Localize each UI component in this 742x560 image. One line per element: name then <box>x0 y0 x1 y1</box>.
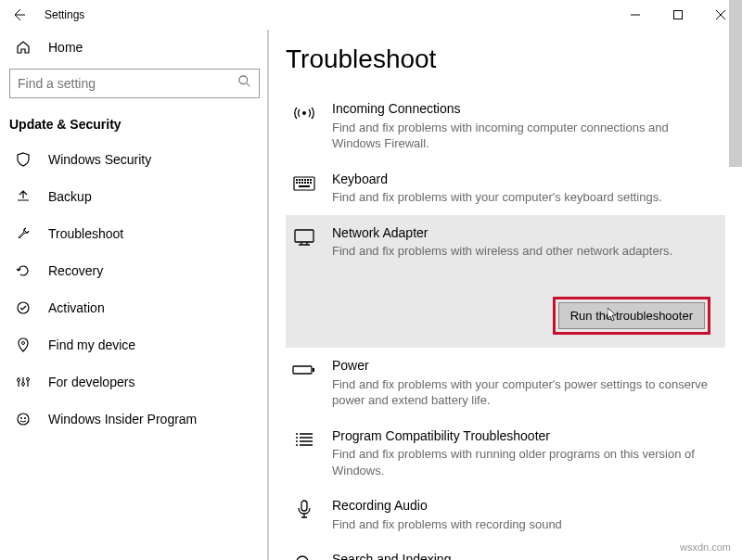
nav-label: Troubleshoot <box>48 226 123 241</box>
run-label: Run the troubleshooter <box>570 309 693 323</box>
nav-label: Backup <box>48 189 92 204</box>
svg-rect-25 <box>295 230 313 242</box>
broadcast-icon <box>291 102 317 124</box>
ts-text: Keyboard Find and fix problems with your… <box>332 171 720 206</box>
ts-program-compatibility[interactable]: Program Compatibility Troubleshooter Fin… <box>286 418 725 489</box>
svg-point-10 <box>302 111 306 115</box>
nav-activation[interactable]: Activation <box>0 289 269 326</box>
svg-rect-12 <box>296 179 298 181</box>
svg-point-5 <box>22 383 25 386</box>
sidebar: Home Update & Security Windows Security … <box>0 30 269 560</box>
run-troubleshooter-button[interactable]: Run the troubleshooter <box>558 302 705 329</box>
svg-rect-16 <box>307 179 309 181</box>
ts-keyboard[interactable]: Keyboard Find and fix problems with your… <box>286 161 725 215</box>
titlebar-left: Settings <box>7 4 84 26</box>
content: Home Update & Security Windows Security … <box>0 30 742 560</box>
nav-windows-security[interactable]: Windows Security <box>0 141 269 178</box>
ts-row: Network Adapter Find and fix problems wi… <box>291 224 720 260</box>
monitor-icon <box>291 226 317 248</box>
backup-icon <box>15 188 32 205</box>
run-button-wrap: Run the troubleshooter <box>291 297 720 335</box>
ts-desc: Find and fix problems with recording sou… <box>332 516 720 533</box>
nav-label: Recovery <box>48 263 103 278</box>
arrow-left-icon <box>11 7 26 22</box>
ts-text: Power Find and fix problems with your co… <box>332 357 720 409</box>
svg-point-3 <box>22 342 25 345</box>
svg-rect-14 <box>301 179 303 181</box>
battery-icon <box>291 359 317 381</box>
svg-rect-13 <box>299 179 301 181</box>
insider-icon <box>15 411 32 427</box>
search-icon <box>291 553 317 560</box>
svg-rect-17 <box>310 179 312 181</box>
ts-desc: Find and fix problems with your computer… <box>332 376 720 409</box>
svg-rect-21 <box>304 182 306 184</box>
svg-point-4 <box>18 379 20 382</box>
nav-label: Find my device <box>48 337 135 352</box>
ts-text: Network Adapter Find and fix problems wi… <box>332 224 720 260</box>
ts-title: Incoming Connections <box>332 100 720 119</box>
svg-rect-0 <box>674 11 683 19</box>
nav-label: Windows Insider Program <box>48 412 197 426</box>
sliders-icon <box>15 374 32 390</box>
section-header: Update & Security <box>0 109 269 141</box>
nav-find-my-device[interactable]: Find my device <box>0 326 269 363</box>
location-icon <box>15 337 32 353</box>
svg-rect-18 <box>296 182 298 184</box>
nav-home[interactable]: Home <box>0 30 269 65</box>
search-input[interactable] <box>18 76 238 91</box>
nav-for-developers[interactable]: For developers <box>0 363 269 401</box>
nav-troubleshoot[interactable]: Troubleshoot <box>0 215 269 252</box>
svg-rect-22 <box>307 182 309 184</box>
nav-backup[interactable]: Backup <box>0 178 269 215</box>
highlight-box: Run the troubleshooter <box>553 297 710 335</box>
check-circle-icon <box>15 299 32 316</box>
main-panel: Troubleshoot Incoming Connections Find a… <box>269 30 742 560</box>
maximize-button[interactable] <box>657 0 699 30</box>
maximize-icon <box>673 10 683 19</box>
ts-search-indexing[interactable]: Search and Indexing Find and fix problem… <box>286 541 725 560</box>
scrollbar[interactable] <box>729 30 742 560</box>
ts-desc: Find and fix problems with running older… <box>332 446 720 478</box>
close-icon <box>716 10 725 19</box>
scrollbar-thumb[interactable] <box>729 30 742 167</box>
svg-rect-19 <box>299 182 301 184</box>
svg-point-2 <box>18 302 29 313</box>
ts-title: Recording Audio <box>332 497 720 515</box>
nav-recovery[interactable]: Recovery <box>0 252 269 289</box>
back-button[interactable] <box>7 4 30 26</box>
svg-rect-24 <box>299 185 310 187</box>
svg-rect-15 <box>304 179 306 181</box>
ts-title: Keyboard <box>332 171 720 189</box>
ts-title: Power <box>332 357 720 375</box>
ts-power[interactable]: Power Find and fix problems with your co… <box>286 348 725 418</box>
nav-label: Windows Security <box>48 152 151 167</box>
svg-point-7 <box>18 414 29 425</box>
window-title: Settings <box>45 8 84 21</box>
recovery-icon <box>15 262 32 279</box>
microphone-icon <box>291 499 317 521</box>
svg-rect-23 <box>310 182 312 184</box>
ts-desc: Find and fix problems with wireless and … <box>332 243 720 260</box>
nav-insider-program[interactable]: Windows Insider Program <box>0 401 269 438</box>
ts-title: Search and Indexing <box>332 551 720 560</box>
minimize-button[interactable] <box>614 0 657 30</box>
svg-point-8 <box>20 417 22 419</box>
ts-title: Program Compatibility Troubleshooter <box>332 427 720 446</box>
svg-point-1 <box>239 76 248 84</box>
ts-recording-audio[interactable]: Recording Audio Find and fix problems wi… <box>286 488 725 541</box>
svg-rect-27 <box>313 368 314 372</box>
ts-desc: Find and fix problems with incoming comp… <box>332 120 720 152</box>
nav-home-label: Home <box>48 40 83 55</box>
keyboard-icon <box>291 172 317 195</box>
home-icon <box>15 39 32 56</box>
ts-incoming-connections[interactable]: Incoming Connections Find and fix proble… <box>286 91 725 161</box>
ts-network-adapter[interactable]: Network Adapter Find and fix problems wi… <box>286 215 725 348</box>
ts-text: Recording Audio Find and fix problems wi… <box>332 497 720 532</box>
ts-desc: Find and fix problems with your computer… <box>332 189 720 206</box>
svg-rect-28 <box>301 501 307 511</box>
search-box[interactable] <box>9 69 260 98</box>
list-icon <box>291 429 317 452</box>
ts-title: Network Adapter <box>332 224 720 243</box>
watermark: wsxdn.com <box>680 541 731 553</box>
